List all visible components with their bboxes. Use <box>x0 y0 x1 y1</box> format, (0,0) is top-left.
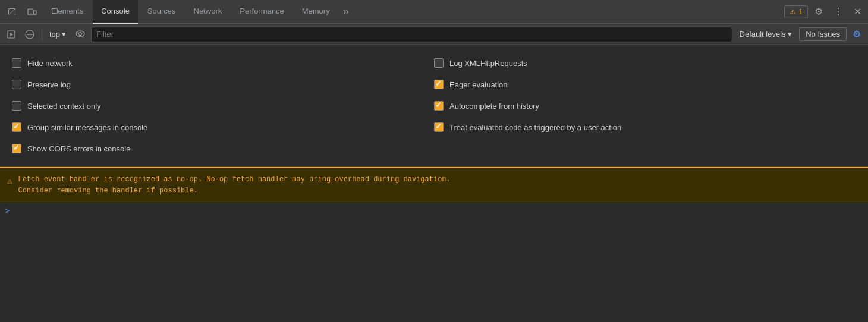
svg-point-8 <box>76 31 84 37</box>
eager-eval-label: Eager evaluation <box>449 80 508 89</box>
svg-point-3 <box>34 13 35 14</box>
selected-context-row[interactable]: Selected context only <box>12 95 434 116</box>
treat-evaluated-checkbox[interactable] <box>434 122 444 132</box>
log-xml-label: Log XMLHttpRequests <box>449 59 527 68</box>
context-selector[interactable]: top ▾ <box>46 28 70 40</box>
warning-badge-count: 1 <box>798 8 803 16</box>
execute-button[interactable] <box>4 28 19 41</box>
eager-eval-checkbox[interactable] <box>434 80 444 89</box>
console-input[interactable] <box>13 207 863 216</box>
svg-point-9 <box>79 32 82 35</box>
warning-message-text: Fetch event handler is recognized as no-… <box>18 174 450 197</box>
no-issues-button[interactable]: No Issues <box>799 27 847 41</box>
console-prompt: > <box>5 207 10 216</box>
autocomplete-history-row[interactable]: Autocomplete from history <box>434 95 856 116</box>
hide-network-row[interactable]: Hide network <box>12 52 434 74</box>
eager-eval-row[interactable]: Eager evaluation <box>434 74 856 95</box>
devtools-close-button[interactable]: ✕ <box>850 3 866 20</box>
tab-console[interactable]: Console <box>93 0 138 24</box>
hide-network-label: Hide network <box>27 59 73 68</box>
hide-network-checkbox[interactable] <box>12 58 21 68</box>
show-cors-label: Show CORS errors in console <box>27 144 130 153</box>
svg-marker-5 <box>10 33 13 36</box>
tab-sources[interactable]: Sources <box>139 0 184 24</box>
warning-count-button[interactable]: ⚠ 1 <box>784 5 808 18</box>
preserve-log-checkbox[interactable] <box>12 80 21 89</box>
warning-badge-icon: ⚠ <box>790 8 796 16</box>
console-settings-gear-button[interactable]: ⚙ <box>849 26 864 42</box>
devtools-more-button[interactable]: ⋮ <box>829 3 847 20</box>
tab-elements[interactable]: Elements <box>43 0 92 24</box>
more-tabs-button[interactable]: » <box>339 5 353 18</box>
devtools-settings-button[interactable]: ⚙ <box>810 3 827 20</box>
tab-performance[interactable]: Performance <box>231 0 292 24</box>
treat-evaluated-label: Treat evaluated code as triggered by a u… <box>449 123 621 132</box>
tab-network[interactable]: Network <box>185 0 231 24</box>
warning-message: ⚠ Fetch event handler is recognized as n… <box>0 167 868 203</box>
levels-label: Default levels <box>740 30 786 39</box>
warning-line1: Fetch event handler is recognized as no-… <box>18 174 450 185</box>
tab-memory[interactable]: Memory <box>294 0 338 24</box>
selected-context-label: Selected context only <box>27 102 101 111</box>
device-toggle-button[interactable] <box>23 4 42 20</box>
svg-point-2 <box>30 13 31 14</box>
inspect-element-button[interactable] <box>2 4 21 20</box>
log-xml-checkbox[interactable] <box>434 58 444 68</box>
filter-input[interactable] <box>91 27 732 42</box>
levels-arrow-icon: ▾ <box>788 30 792 39</box>
preserve-log-row[interactable]: Preserve log <box>12 74 434 95</box>
preserve-log-label: Preserve log <box>27 80 71 89</box>
eye-button[interactable] <box>72 27 89 42</box>
treat-evaluated-row[interactable]: Treat evaluated code as triggered by a u… <box>434 116 856 138</box>
show-cors-row[interactable]: Show CORS errors in console <box>12 138 434 159</box>
autocomplete-history-checkbox[interactable] <box>434 101 444 111</box>
context-arrow-icon: ▾ <box>62 30 66 39</box>
clear-console-button[interactable] <box>21 27 38 42</box>
tab-bar-actions: ⚠ 1 ⚙ ⋮ ✕ <box>784 3 866 20</box>
group-similar-row[interactable]: Group similar messages in console <box>12 116 434 138</box>
console-toolbar: top ▾ Default levels ▾ No Issues ⚙ <box>0 24 868 45</box>
log-xml-row[interactable]: Log XMLHttpRequests <box>434 52 856 74</box>
default-levels-button[interactable]: Default levels ▾ <box>735 28 797 40</box>
selected-context-checkbox[interactable] <box>12 101 21 111</box>
warning-line2: Consider removing the handler if possibl… <box>18 185 450 197</box>
show-cors-checkbox[interactable] <box>12 144 21 153</box>
tab-bar: Elements Console Sources Network Perform… <box>0 0 868 24</box>
context-label: top <box>49 30 60 39</box>
settings-right-column: Log XMLHttpRequests Eager evaluation Aut… <box>434 52 856 159</box>
settings-left-column: Hide network Preserve log Selected conte… <box>12 52 434 159</box>
tab-list: Elements Console Sources Network Perform… <box>2 0 353 24</box>
settings-panel: Hide network Preserve log Selected conte… <box>0 45 868 167</box>
group-similar-checkbox[interactable] <box>12 122 21 132</box>
group-similar-label: Group similar messages in console <box>27 123 147 132</box>
console-input-row: > <box>0 203 868 220</box>
autocomplete-history-label: Autocomplete from history <box>449 102 539 111</box>
toolbar-divider <box>42 29 42 40</box>
warning-message-icon: ⚠ <box>7 175 12 188</box>
